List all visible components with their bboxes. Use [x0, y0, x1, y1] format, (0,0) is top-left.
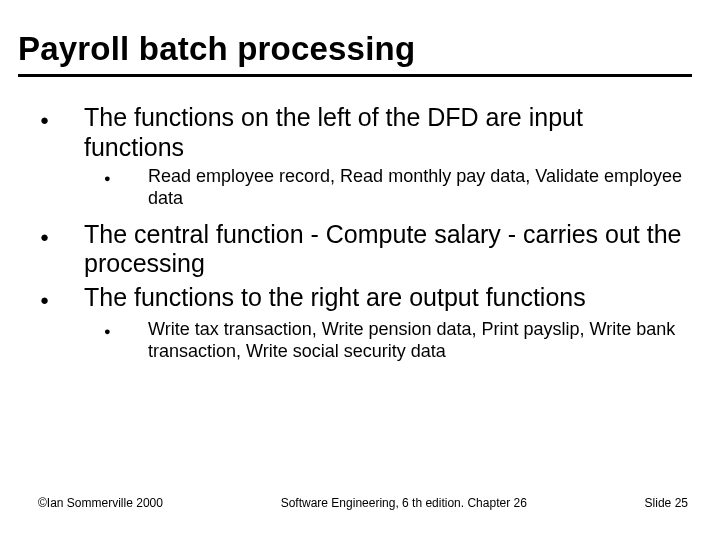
footer-center: Software Engineering, 6 th edition. Chap…	[281, 496, 527, 510]
bullet-icon: ●	[104, 319, 148, 363]
bullet-text: The functions on the left of the DFD are…	[84, 103, 686, 162]
bullet-item: ● The functions on the left of the DFD a…	[40, 103, 686, 162]
footer-right: Slide 25	[645, 496, 688, 510]
bullet-text: The functions to the right are output fu…	[84, 283, 586, 315]
footer-left: ©Ian Sommerville 2000	[38, 496, 163, 510]
bullet-icon: ●	[40, 220, 84, 279]
bullet-icon: ●	[104, 166, 148, 210]
sub-bullet-item: ● Read employee record, Read monthly pay…	[104, 166, 686, 210]
slide-footer: ©Ian Sommerville 2000 Software Engineeri…	[0, 496, 720, 510]
sub-bullet-group: ● Write tax transaction, Write pension d…	[40, 319, 686, 363]
slide-title: Payroll batch processing	[18, 30, 692, 77]
sub-bullet-group: ● Read employee record, Read monthly pay…	[40, 166, 686, 210]
bullet-text: The central function - Compute salary - …	[84, 220, 686, 279]
bullet-item: ● The functions to the right are output …	[40, 283, 686, 315]
sub-bullet-item: ● Write tax transaction, Write pension d…	[104, 319, 686, 363]
sub-bullet-text: Read employee record, Read monthly pay d…	[148, 166, 686, 210]
bullet-icon: ●	[40, 103, 84, 162]
sub-bullet-text: Write tax transaction, Write pension dat…	[148, 319, 686, 363]
slide: Payroll batch processing ● The functions…	[0, 0, 720, 540]
slide-content: ● The functions on the left of the DFD a…	[18, 103, 692, 363]
bullet-item: ● The central function - Compute salary …	[40, 220, 686, 279]
bullet-icon: ●	[40, 283, 84, 315]
